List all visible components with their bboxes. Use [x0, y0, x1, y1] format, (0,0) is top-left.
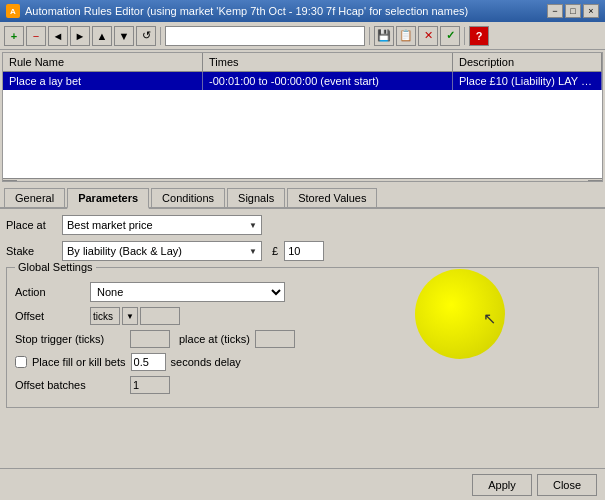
move-up-button[interactable]: ▲: [92, 26, 112, 46]
delete-button[interactable]: ✕: [418, 26, 438, 46]
tab-stored-values[interactable]: Stored Values: [287, 188, 377, 207]
fill-kill-label: Place fill or kill bets: [32, 356, 126, 368]
action-label: Action: [15, 286, 85, 298]
tab-general[interactable]: General: [4, 188, 65, 207]
toolbar: + − ◄ ► ▲ ▼ ↺ 💾 📋 ✕ ✓ ?: [0, 22, 605, 50]
save-as-button[interactable]: 📋: [396, 26, 416, 46]
stake-select[interactable]: By liability (Back & Lay) ▼: [62, 241, 262, 261]
stake-arrow: ▼: [249, 247, 257, 256]
tabs: General Parameters Conditions Signals St…: [0, 184, 605, 209]
offset-batches-row: Offset batches: [15, 376, 590, 394]
place-at-arrow: ▼: [249, 221, 257, 230]
action-select[interactable]: None: [90, 282, 285, 302]
move-left-button[interactable]: ◄: [48, 26, 68, 46]
remove-rule-button[interactable]: −: [26, 26, 46, 46]
window-title: Automation Rules Editor (using market 'K…: [25, 5, 468, 17]
help-button[interactable]: ?: [469, 26, 489, 46]
offset-value-input[interactable]: [140, 307, 180, 325]
close-button[interactable]: Close: [537, 474, 597, 496]
confirm-button[interactable]: ✓: [440, 26, 460, 46]
cell-times: -00:01:00 to -00:00:00 (event start): [203, 72, 453, 90]
title-bar: A Automation Rules Editor (using market …: [0, 0, 605, 22]
place-at-select[interactable]: Best market price ▼: [62, 215, 262, 235]
panel-parameters: Place at Best market price ▼ Stake By li…: [0, 209, 605, 489]
col-rule-name: Rule Name: [3, 53, 203, 71]
scroll-right-button[interactable]: ►: [588, 180, 602, 183]
minimize-button[interactable]: −: [547, 4, 563, 18]
place-at-label: Place at: [6, 219, 56, 231]
close-button[interactable]: ×: [583, 4, 599, 18]
rules-table: Rule Name Times Description Place a lay …: [2, 52, 603, 182]
refresh-button[interactable]: ↺: [136, 26, 156, 46]
col-description: Description: [453, 53, 602, 71]
seconds-label: seconds delay: [171, 356, 241, 368]
place-at-ticks-input[interactable]: [255, 330, 295, 348]
offset-ticks-down[interactable]: ▼: [122, 307, 138, 325]
tab-signals[interactable]: Signals: [227, 188, 285, 207]
stake-label: Stake: [6, 245, 56, 257]
bottom-bar: Apply Close: [0, 468, 605, 500]
app-icon: A: [6, 4, 20, 18]
cell-rule-name: Place a lay bet: [3, 72, 203, 90]
place-at-row: Place at Best market price ▼: [6, 215, 599, 235]
move-down-button[interactable]: ▼: [114, 26, 134, 46]
seconds-input[interactable]: [131, 353, 166, 371]
window-controls: − □ ×: [547, 4, 599, 18]
fill-kill-checkbox[interactable]: [15, 356, 27, 368]
offset-label: Offset: [15, 310, 85, 322]
separator3: [464, 27, 465, 45]
table-row[interactable]: Place a lay bet -00:01:00 to -00:00:00 (…: [3, 72, 602, 90]
offset-batches-label: Offset batches: [15, 379, 125, 391]
global-settings-title: Global Settings: [15, 261, 96, 273]
tab-conditions[interactable]: Conditions: [151, 188, 225, 207]
add-rule-button[interactable]: +: [4, 26, 24, 46]
scroll-left-button[interactable]: ◄: [3, 180, 17, 183]
scrollbar-track-h[interactable]: [17, 181, 588, 183]
stop-trigger-label: Stop trigger (ticks): [15, 333, 125, 345]
amount-input[interactable]: [284, 241, 324, 261]
save-button[interactable]: 💾: [374, 26, 394, 46]
stop-trigger-input[interactable]: [130, 330, 170, 348]
offset-ticks-input[interactable]: [90, 307, 120, 325]
separator: [160, 27, 161, 45]
rule-name-input[interactable]: [165, 26, 365, 46]
place-at-ticks-label: place at (ticks): [179, 333, 250, 345]
global-settings-group: Global Settings Action None Offset ▼ St: [6, 267, 599, 408]
currency-symbol: £: [272, 245, 278, 257]
stop-trigger-row: Stop trigger (ticks) place at (ticks): [15, 330, 590, 348]
maximize-button[interactable]: □: [565, 4, 581, 18]
stake-row: Stake By liability (Back & Lay) ▼ £: [6, 241, 599, 261]
apply-button[interactable]: Apply: [472, 474, 532, 496]
cell-description: Place £10 (Liability) LAY bet on any sel…: [453, 72, 602, 90]
col-times: Times: [203, 53, 453, 71]
table-header: Rule Name Times Description: [3, 53, 602, 72]
separator2: [369, 27, 370, 45]
move-right-button[interactable]: ►: [70, 26, 90, 46]
tab-parameters[interactable]: Parameters: [67, 188, 149, 209]
fill-or-kill-row: Place fill or kill bets seconds delay: [15, 353, 590, 371]
action-row: Action None: [15, 282, 590, 302]
offset-batches-input[interactable]: [130, 376, 170, 394]
